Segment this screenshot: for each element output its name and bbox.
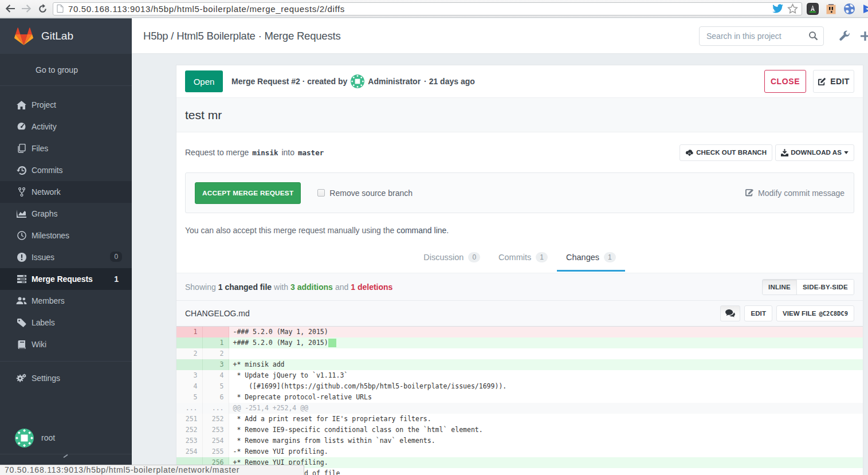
browser-url-bar[interactable]: 70.50.168.113:9013/h5bp/html5-boilerplat…	[53, 2, 802, 15]
diff-new-line-number[interactable]: 3	[202, 359, 229, 370]
sidebar-item-members[interactable]: Members	[0, 290, 132, 312]
download-as-button[interactable]: DOWNLOAD AS	[775, 144, 854, 161]
logo-block[interactable]: GitLab	[0, 18, 132, 54]
diff-new-line-number[interactable]: 255	[202, 446, 229, 457]
diff-old-line-number[interactable]	[176, 337, 202, 348]
tab-changes[interactable]: Changes1	[557, 245, 625, 272]
diff-new-line-number[interactable]: 1	[202, 337, 229, 348]
diff-new-line-number[interactable]: 2	[202, 348, 229, 359]
diff-old-line-number[interactable]: ...	[176, 403, 202, 414]
view-file-label: VIEW FILE	[783, 310, 816, 317]
diff-old-line-number[interactable]: 251	[176, 414, 202, 425]
diff-old-line-number[interactable]: 3	[176, 370, 202, 381]
twitter-icon[interactable]	[772, 4, 783, 13]
sidebar-item-labels[interactable]: Labels	[0, 312, 132, 333]
diff-line[interactable]: 45 ([#1699](https://github.com/h5bp/html…	[176, 381, 863, 392]
globe-extension-icon[interactable]	[843, 3, 855, 15]
browser-status-bar: 70.50.168.113:9013/h5bp/html5-boilerplat…	[0, 465, 304, 475]
partial-extension-icon[interactable]	[862, 3, 868, 15]
sidebar-item-graphs[interactable]: Graphs	[0, 203, 132, 225]
diff-line[interactable]: 1+### 5.2.0 (May 1, 2015)	[176, 337, 863, 348]
sidebar-item-issues[interactable]: Issues0	[0, 246, 132, 268]
diff-line-content	[229, 348, 863, 359]
check-out-branch-button[interactable]: CHECK OUT BRANCH	[680, 144, 772, 161]
diff-line-content: * Remove IE9-specific conditional class …	[229, 425, 863, 435]
diff-line-content: @@ -251,4 +252,4 @@	[229, 403, 863, 414]
diff-line[interactable]: ......@@ -251,4 +252,4 @@	[176, 403, 863, 414]
sidebar-count: 1	[114, 274, 119, 284]
sidebar-item-milestones[interactable]: Milestones	[0, 225, 132, 246]
close-button[interactable]: CLOSE	[764, 70, 806, 93]
browser-refresh-button[interactable]	[34, 1, 50, 17]
remove-source-branch-checkbox[interactable]	[317, 189, 325, 197]
browser-back-button[interactable]	[2, 1, 18, 17]
sidebar-user[interactable]: root	[0, 418, 132, 458]
view-mode-inline[interactable]: INLINE	[763, 280, 796, 295]
edit-button[interactable]: EDIT	[813, 70, 854, 93]
sidebar-item-files[interactable]: Files	[0, 138, 132, 159]
view-file-button[interactable]: VIEW FILE @c2c8dc9	[776, 305, 854, 321]
sidebar-item-commits[interactable]: Commits	[0, 159, 132, 181]
diff-new-line-number[interactable]: 253	[202, 425, 229, 435]
diff-new-line-number[interactable]: 254	[202, 435, 229, 446]
diff-new-line-number[interactable]	[202, 327, 229, 337]
diff-line[interactable]: 254255-* Remove YUI profiling.	[176, 446, 863, 457]
diff-line[interactable]: 1-### 5.2.0 (May 1, 2015)	[176, 327, 863, 337]
diff-line[interactable]: 3+* minsik add	[176, 359, 863, 370]
diff-old-line-number[interactable]: 1	[176, 327, 202, 337]
diff-new-line-number[interactable]: 4	[202, 370, 229, 381]
diff-old-line-number[interactable]: 252	[176, 425, 202, 435]
summary-changed-files: 1 changed file	[218, 282, 272, 292]
admin-wrench-icon[interactable]	[839, 30, 850, 42]
person-extension-icon[interactable]	[825, 3, 837, 15]
tab-commits[interactable]: Commits1	[489, 245, 557, 272]
file-comment-button[interactable]	[720, 305, 740, 321]
diff-line[interactable]: 34 * Update jQuery to `v1.11.3`	[176, 370, 863, 381]
diff-old-line-number[interactable]: 4	[176, 381, 202, 392]
diff-new-line-number[interactable]: 6	[202, 392, 229, 403]
mr-tabs: Discussion0Commits1Changes1	[176, 245, 863, 273]
view-mode-side-by-side[interactable]: SIDE-BY-SIDE	[796, 280, 854, 295]
area-chart-icon	[16, 209, 27, 218]
tab-label: Discussion	[423, 253, 464, 262]
new-project-plus-icon[interactable]	[859, 30, 868, 42]
author-avatar[interactable]	[351, 74, 364, 88]
diff-new-line-number[interactable]: ...	[202, 403, 229, 414]
accept-merge-request-button[interactable]: ACCEPT MERGE REQUEST	[195, 182, 301, 204]
sidebar-go-to-group[interactable]: Go to group	[0, 54, 132, 86]
sidebar-item-wiki[interactable]: Wiki	[0, 333, 132, 355]
diff-old-line-number[interactable]: 253	[176, 435, 202, 446]
diff-old-line-number[interactable]	[176, 359, 202, 370]
browser-forward-button[interactable]	[18, 1, 34, 17]
diff-line-content: -### 5.2.0 (May 1, 2015)	[229, 327, 863, 337]
sidebar-item-settings[interactable]: Settings	[0, 367, 132, 389]
sidebar-item-activity[interactable]: Activity	[0, 116, 132, 138]
bookmark-star-icon[interactable]	[787, 3, 798, 14]
sidebar-item-project[interactable]: Project	[0, 94, 132, 116]
diff-old-line-number[interactable]: 5	[176, 392, 202, 403]
mr-author[interactable]: Administrator	[368, 77, 421, 86]
dictionary-extension-icon[interactable]	[807, 3, 819, 15]
gitlab-brand: GitLab	[41, 30, 73, 42]
sidebar-item-merge-requests[interactable]: Merge Requests1	[0, 268, 132, 290]
diff-old-line-number[interactable]: 2	[176, 348, 202, 359]
modify-commit-message-link[interactable]: Modify commit message	[745, 189, 845, 198]
tab-discussion[interactable]: Discussion0	[414, 245, 489, 272]
diff-line[interactable]: 56 * Deprecate protocol-relative URLs	[176, 392, 863, 403]
diff-line[interactable]: 251252 * Add a print reset for IE's prop…	[176, 414, 863, 425]
diff-new-line-number[interactable]: 252	[202, 414, 229, 425]
caret-down-icon	[844, 151, 849, 154]
file-edit-button[interactable]: EDIT	[744, 305, 772, 321]
diff-line[interactable]: 253254 * Remove margins from lists withi…	[176, 435, 863, 446]
download-as-label: DOWNLOAD AS	[791, 149, 842, 156]
diff-new-line-number[interactable]: 5	[202, 381, 229, 392]
diff-line[interactable]: 252253 * Remove IE9-specific conditional…	[176, 425, 863, 435]
diff-line[interactable]: 22	[176, 348, 863, 359]
sidebar-item-network[interactable]: Network	[0, 181, 132, 203]
mr-title: test mr	[176, 98, 863, 132]
manual-accept-note: You can also accept this merge request m…	[176, 213, 863, 245]
sidebar-item-label: Members	[32, 296, 65, 305]
search-input[interactable]	[699, 26, 824, 46]
command-line-link[interactable]: command line	[396, 226, 446, 235]
diff-old-line-number[interactable]: 254	[176, 446, 202, 457]
